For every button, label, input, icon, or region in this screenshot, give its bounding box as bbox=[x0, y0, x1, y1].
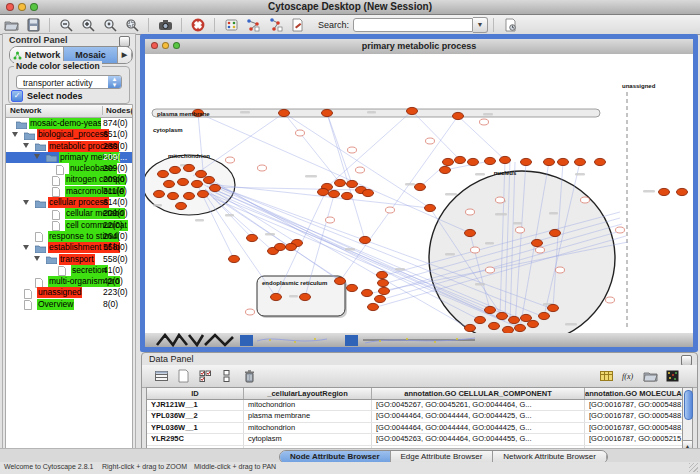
scrollbar-thumb[interactable] bbox=[684, 390, 693, 420]
tree-row-cell-communicat[interactable]: cell communicat22(0) bbox=[6, 220, 132, 231]
graph-node[interactable] bbox=[279, 109, 290, 116]
table-row[interactable]: YLR295Ccytoplasm[GO:0045263, GO:0044464,… bbox=[147, 434, 686, 445]
empty-node[interactable] bbox=[480, 119, 489, 125]
graph-node[interactable] bbox=[170, 166, 181, 173]
edge[interactable] bbox=[209, 194, 273, 251]
tree-row-nucleobase-[interactable]: nucleobase-209(0) bbox=[6, 163, 132, 174]
open-icon[interactable] bbox=[2, 17, 20, 33]
graph-node[interactable] bbox=[485, 306, 496, 313]
expand-arrow-icon[interactable] bbox=[23, 245, 29, 250]
zoom-fit-icon[interactable] bbox=[123, 17, 141, 33]
empty-node[interactable] bbox=[536, 247, 545, 253]
expand-arrow-icon[interactable] bbox=[12, 132, 18, 137]
table-cell[interactable]: mitochondrion bbox=[244, 400, 372, 410]
graph-node[interactable] bbox=[271, 293, 282, 300]
empty-node[interactable] bbox=[348, 147, 357, 153]
tree-row-overview[interactable]: Overview8(0) bbox=[6, 299, 132, 310]
save-icon[interactable] bbox=[24, 17, 42, 33]
graph-node[interactable] bbox=[184, 192, 195, 199]
empty-node[interactable] bbox=[471, 247, 480, 253]
tab-overflow-arrow[interactable]: ▶ bbox=[118, 47, 132, 63]
graph-node[interactable] bbox=[210, 184, 221, 191]
graph-node[interactable] bbox=[550, 229, 561, 236]
tree-row-biological-process[interactable]: biological_process651(0) bbox=[6, 129, 132, 140]
graph-node[interactable] bbox=[453, 112, 464, 119]
expand-arrow-icon[interactable] bbox=[34, 256, 40, 261]
empty-node[interactable] bbox=[486, 267, 495, 273]
graph-node[interactable] bbox=[286, 243, 297, 250]
network-window-title-bar[interactable]: primary metabolic process bbox=[145, 39, 693, 55]
graph-node[interactable] bbox=[198, 190, 209, 197]
column-header-3[interactable]: annotation.GO MOLECULAR_FUNCTION bbox=[585, 388, 686, 399]
edge[interactable] bbox=[412, 111, 460, 160]
table-row[interactable]: YPL036W__2plasma membrane[GO:0044464, GO… bbox=[147, 411, 686, 422]
graph-node[interactable] bbox=[300, 293, 311, 300]
graph-node[interactable] bbox=[455, 156, 466, 163]
attr-grid-icon[interactable] bbox=[152, 368, 170, 384]
empty-node[interactable] bbox=[581, 197, 590, 203]
edge[interactable] bbox=[420, 162, 448, 187]
graph-node[interactable] bbox=[677, 188, 688, 195]
tree-row-transport[interactable]: transport558(0) bbox=[6, 254, 132, 265]
graph-node[interactable] bbox=[500, 156, 511, 163]
empty-node[interactable] bbox=[386, 207, 395, 213]
graph-node[interactable] bbox=[164, 180, 175, 187]
graph-node[interactable] bbox=[168, 192, 179, 199]
table-cell[interactable]: [GO:0045263, GO:0044464, GO:0044455, G..… bbox=[372, 434, 585, 444]
column-header-1[interactable]: _cellularLayoutRegion bbox=[244, 388, 372, 399]
tree-row-macromolecule[interactable]: macromolecule311(0) bbox=[6, 186, 132, 197]
table-cell[interactable]: YPL036W__2 bbox=[147, 411, 244, 421]
table-cell[interactable]: plasma membrane bbox=[244, 411, 372, 421]
graph-node[interactable] bbox=[275, 243, 286, 250]
graph-node[interactable] bbox=[347, 180, 358, 187]
table-cell[interactable]: [GO:0045267, GO:0045261, GO:0044464, G..… bbox=[372, 400, 585, 410]
empty-node[interactable] bbox=[258, 165, 267, 171]
empty-node[interactable] bbox=[556, 267, 565, 273]
graph-node[interactable] bbox=[465, 229, 476, 236]
search-input[interactable] bbox=[353, 18, 473, 32]
graph-node[interactable] bbox=[521, 158, 532, 165]
expand-arrow-icon[interactable] bbox=[34, 154, 40, 159]
graph-node[interactable] bbox=[485, 157, 496, 164]
expand-arrow-icon[interactable] bbox=[23, 200, 29, 205]
matrix-icon[interactable] bbox=[663, 368, 681, 384]
graph-node[interactable] bbox=[378, 279, 389, 286]
graph-node[interactable] bbox=[158, 170, 169, 177]
empty-node[interactable] bbox=[246, 309, 255, 315]
graph-node[interactable] bbox=[532, 239, 543, 246]
graph-node[interactable] bbox=[521, 314, 532, 321]
select-nodes-checkbox[interactable]: ✓ bbox=[11, 90, 23, 102]
table-row[interactable]: YPL036W__1mitochondrion[GO:0044464, GO:0… bbox=[147, 423, 686, 434]
empty-node[interactable] bbox=[326, 217, 335, 223]
graph-node[interactable] bbox=[322, 109, 333, 116]
graph-node[interactable] bbox=[544, 158, 555, 165]
empty-node[interactable] bbox=[616, 227, 625, 233]
table-cell[interactable]: mitochondrion bbox=[244, 423, 372, 433]
zoom-out-icon[interactable] bbox=[57, 17, 75, 33]
graph-node[interactable] bbox=[347, 284, 358, 291]
table-cell[interactable]: cytoplasm bbox=[244, 434, 372, 444]
graph-node[interactable] bbox=[497, 312, 508, 319]
graph-node[interactable] bbox=[425, 204, 436, 211]
graph-node[interactable] bbox=[379, 287, 390, 294]
graph-node[interactable] bbox=[360, 236, 371, 243]
graph-node[interactable] bbox=[362, 289, 373, 296]
graph-node[interactable] bbox=[363, 189, 374, 196]
graph-node[interactable] bbox=[318, 188, 329, 195]
select-attrs-icon[interactable] bbox=[196, 368, 214, 384]
edge[interactable] bbox=[198, 113, 470, 233]
tree-row-mosaic-demo-yeast[interactable]: mosaic-demo-yeast874(0) bbox=[6, 118, 132, 129]
edge[interactable] bbox=[207, 192, 352, 288]
empty-node[interactable] bbox=[496, 197, 505, 203]
graph-node[interactable] bbox=[548, 304, 559, 311]
table-cell[interactable]: YLR295C bbox=[147, 434, 244, 444]
graph-node[interactable] bbox=[539, 312, 550, 319]
node-color-dropdown[interactable]: transporter activity ▲▼ bbox=[16, 75, 122, 89]
graph-node[interactable] bbox=[329, 190, 340, 197]
table-cell[interactable]: [GO:0016787, GO:0005488, GO:0005215, G..… bbox=[585, 423, 686, 433]
tree-row-metabolic-process[interactable]: metabolic process280(0) bbox=[6, 141, 132, 152]
table-cell[interactable]: [GO:0016787, GO:0005488, GO:0005215, G..… bbox=[585, 400, 686, 410]
graph-node[interactable] bbox=[196, 170, 207, 177]
graph-node[interactable] bbox=[407, 107, 418, 114]
graph-node[interactable] bbox=[247, 234, 258, 241]
